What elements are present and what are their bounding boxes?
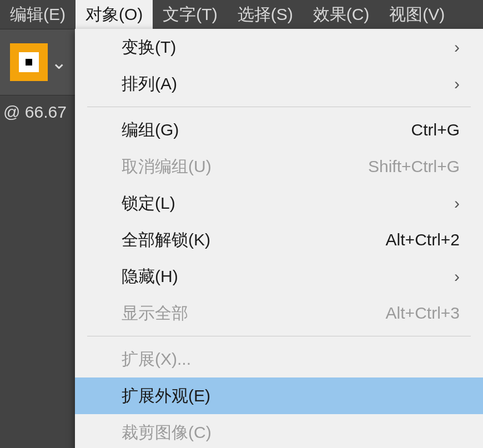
menu-separator bbox=[87, 107, 471, 107]
menu-item-group-label: 编组(G) bbox=[122, 119, 179, 142]
menu-item-arrange[interactable]: 排列(A) › bbox=[75, 66, 483, 102]
menu-object[interactable]: 对象(O) bbox=[76, 0, 153, 29]
menu-view-label: 视图(V) bbox=[389, 3, 445, 26]
menu-item-transform[interactable]: 变换(T) › bbox=[75, 29, 483, 66]
menu-edit-label: 编辑(E) bbox=[10, 3, 66, 26]
menu-item-show-all-label: 显示全部 bbox=[122, 302, 188, 325]
chevron-right-icon: › bbox=[454, 267, 460, 286]
menu-item-expand-appearance-label: 扩展外观(E) bbox=[122, 385, 210, 407]
menu-edit[interactable]: 编辑(E) bbox=[0, 0, 76, 29]
menu-item-arrange-label: 排列(A) bbox=[122, 73, 177, 95]
zoom-level-label: @ 66.67 bbox=[3, 103, 67, 122]
menu-item-unlock-all-label: 全部解锁(K) bbox=[122, 229, 210, 251]
chevron-right-icon: › bbox=[454, 194, 460, 213]
menu-select[interactable]: 选择(S) bbox=[228, 0, 303, 29]
menubar: 编辑(E) 对象(O) 文字(T) 选择(S) 效果(C) 视图(V) bbox=[0, 0, 483, 29]
menu-item-show-all: 显示全部 Alt+Ctrl+3 bbox=[75, 295, 483, 331]
menu-item-ungroup: 取消编组(U) Shift+Ctrl+G bbox=[75, 148, 483, 185]
menu-effect[interactable]: 效果(C) bbox=[303, 0, 380, 29]
menu-select-label: 选择(S) bbox=[238, 3, 293, 26]
menu-item-show-all-shortcut: Alt+Ctrl+3 bbox=[386, 304, 460, 323]
menu-effect-label: 效果(C) bbox=[313, 3, 370, 26]
chevron-right-icon: › bbox=[454, 38, 460, 57]
chevron-down-icon: ⌄ bbox=[51, 52, 67, 73]
fill-swatch[interactable] bbox=[10, 43, 48, 81]
fill-swatch-inner bbox=[19, 52, 39, 72]
menu-item-lock[interactable]: 锁定(L) › bbox=[75, 185, 483, 222]
menu-item-expand-label: 扩展(X)... bbox=[122, 348, 191, 371]
menu-separator bbox=[87, 336, 471, 336]
menu-item-expand-appearance[interactable]: 扩展外观(E) bbox=[75, 377, 483, 414]
menu-item-group[interactable]: 编组(G) Ctrl+G bbox=[75, 112, 483, 148]
menu-item-transform-label: 变换(T) bbox=[122, 36, 176, 59]
fill-swatch-dropdown[interactable]: ⌄ bbox=[51, 51, 67, 73]
menu-view[interactable]: 视图(V) bbox=[379, 0, 455, 29]
menu-item-crop-image: 裁剪图像(C) bbox=[75, 414, 483, 448]
menu-type[interactable]: 文字(T) bbox=[153, 0, 227, 29]
object-menu-dropdown: 变换(T) › 排列(A) › 编组(G) Ctrl+G 取消编组(U) Shi… bbox=[75, 29, 483, 448]
menu-item-crop-image-label: 裁剪图像(C) bbox=[122, 421, 212, 444]
menu-item-lock-label: 锁定(L) bbox=[122, 192, 175, 215]
menu-item-ungroup-label: 取消编组(U) bbox=[122, 155, 212, 178]
menu-object-label: 对象(O) bbox=[85, 3, 143, 26]
menu-item-unlock-all-shortcut: Alt+Ctrl+2 bbox=[386, 230, 460, 249]
menu-item-ungroup-shortcut: Shift+Ctrl+G bbox=[368, 157, 460, 176]
menu-item-unlock-all[interactable]: 全部解锁(K) Alt+Ctrl+2 bbox=[75, 222, 483, 258]
menu-type-label: 文字(T) bbox=[163, 3, 217, 26]
menu-item-hide-label: 隐藏(H) bbox=[122, 265, 178, 288]
menu-item-expand: 扩展(X)... bbox=[75, 341, 483, 377]
chevron-right-icon: › bbox=[454, 74, 460, 93]
menu-item-hide[interactable]: 隐藏(H) › bbox=[75, 258, 483, 295]
fill-swatch-dot-icon bbox=[26, 59, 32, 66]
menu-item-group-shortcut: Ctrl+G bbox=[411, 120, 460, 139]
